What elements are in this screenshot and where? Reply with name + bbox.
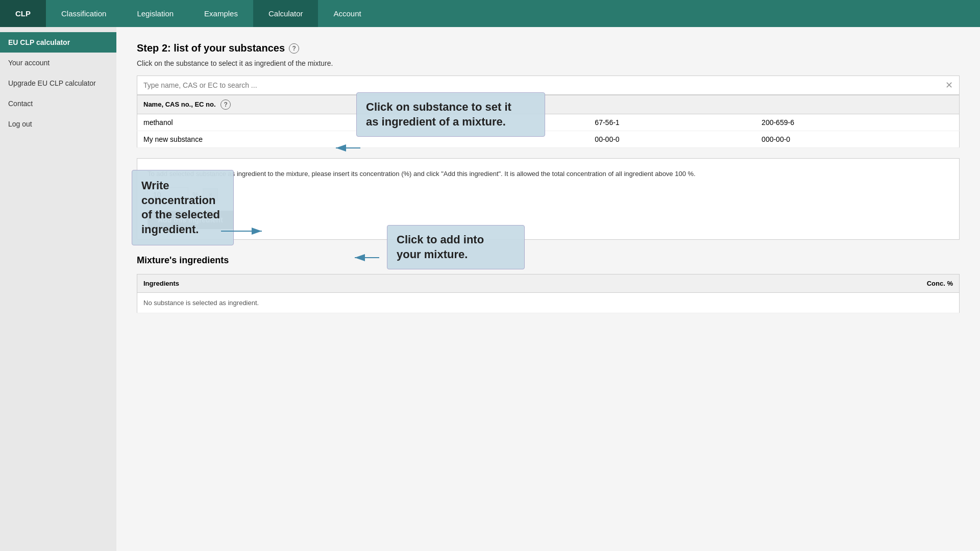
substance-cas: 00-00-0 — [589, 131, 755, 148]
mixture-heading: Mixture's ingredients — [137, 255, 960, 266]
sidebar-item-eu-clp-calculator[interactable]: EU CLP calculator — [0, 32, 116, 53]
mixture-col-ingredients: Ingredients — [137, 274, 594, 292]
nav-account[interactable]: Account — [318, 0, 376, 27]
table-row[interactable]: My new substance 00-00-0 000-00-0 — [137, 131, 960, 148]
tooltip-add-text: Click to add intoyour mixture. — [397, 233, 484, 261]
substance-ec: 000-00-0 — [755, 131, 959, 148]
nav-legislation[interactable]: Legislation — [121, 0, 189, 27]
tooltip-substance: Click on substance to set itas ingredien… — [356, 92, 545, 137]
sidebar: EU CLP calculator Your account Upgrade E… — [0, 27, 116, 551]
search-container: ✕ — [137, 76, 960, 95]
help-icon[interactable]: ? — [289, 43, 299, 54]
tooltip-substance-text: Click on substance to set itas ingredien… — [366, 101, 511, 128]
tooltip-left-text: Write concentration of the selected ingr… — [141, 179, 220, 236]
mixture-empty-msg: No substance is selected as ingredient. — [137, 292, 960, 313]
concentration-section: To add selected substance as ingredient … — [137, 158, 960, 240]
top-navigation: CLP Classification Legislation Examples … — [0, 0, 980, 27]
col-name-help-icon[interactable]: ? — [220, 99, 231, 110]
col-ec-header — [755, 95, 959, 114]
table-row[interactable]: methanol 67-56-1 200-659-6 — [137, 114, 960, 131]
search-clear-icon[interactable]: ✕ — [945, 80, 953, 91]
mixture-col-conc: Conc. % — [594, 274, 960, 292]
nav-classification[interactable]: Classification — [46, 0, 121, 27]
tooltip-left: Write concentration of the selected ingr… — [132, 170, 234, 245]
substance-cas: 67-56-1 — [589, 114, 755, 131]
sidebar-item-logout[interactable]: Log out — [0, 114, 116, 134]
concentration-desc: To add selected substance as ingredient … — [148, 169, 949, 179]
nav-clp[interactable]: CLP — [0, 0, 46, 27]
sidebar-item-contact[interactable]: Contact — [0, 93, 116, 114]
nav-calculator[interactable]: Calculator — [253, 0, 318, 27]
col-cas-header — [589, 95, 755, 114]
mixture-empty-row: No substance is selected as ingredient. — [137, 292, 960, 313]
sidebar-item-upgrade[interactable]: Upgrade EU CLP calculator — [0, 73, 116, 93]
nav-examples[interactable]: Examples — [189, 0, 253, 27]
substance-ec: 200-659-6 — [755, 114, 959, 131]
concentration-input-row: % × — [148, 187, 949, 203]
mixture-table: Ingredients Conc. % No substance is sele… — [137, 274, 960, 313]
sidebar-item-your-account[interactable]: Your account — [0, 53, 116, 73]
page-layout: EU CLP calculator Your account Upgrade E… — [0, 27, 980, 551]
search-input[interactable] — [137, 76, 959, 94]
tooltip-add: Click to add intoyour mixture. — [387, 225, 525, 269]
substance-table: Name, CAS no., EC no. ? methanol 67-56-1… — [137, 95, 960, 148]
step-heading: Step 2: list of your substances ? — [137, 42, 960, 54]
step-description: Click on the substance to select it as i… — [137, 59, 960, 67]
step-heading-text: Step 2: list of your substances — [137, 42, 285, 54]
main-content: Step 2: list of your substances ? Click … — [116, 27, 980, 551]
